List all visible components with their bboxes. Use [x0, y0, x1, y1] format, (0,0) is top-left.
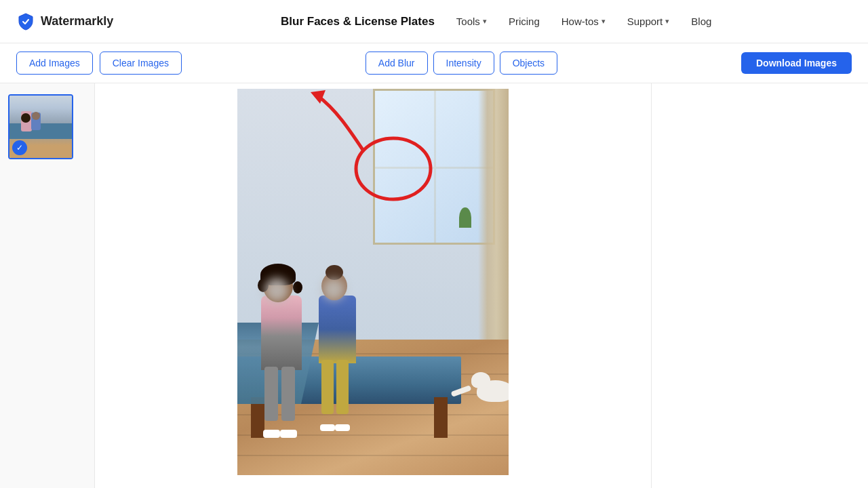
- child-right-body: [319, 296, 356, 363]
- cat-head: [471, 372, 490, 388]
- child-left-leg-right: [281, 367, 295, 421]
- child-right-leg-r: [336, 360, 349, 414]
- right-panel: [651, 83, 868, 488]
- nav-how-tos[interactable]: How-tos ▾: [561, 16, 606, 27]
- toolbar-right: Download Images: [741, 52, 852, 74]
- nav-pricing[interactable]: Pricing: [509, 16, 540, 27]
- shield-icon: [16, 12, 35, 31]
- chevron-down-icon-3: ▾: [665, 17, 669, 26]
- child-right-bun: [326, 265, 343, 280]
- thumbnail-check: ✓: [12, 140, 27, 155]
- plant: [459, 207, 471, 228]
- download-images-button[interactable]: Download Images: [741, 52, 852, 74]
- toolbar-center: Add Blur Intensity Objects: [189, 52, 734, 75]
- canvas-area: [95, 83, 651, 488]
- main-image: [237, 89, 509, 475]
- bed-leg-right: [434, 397, 448, 438]
- face-blur-right: [323, 279, 344, 300]
- logo-text: Watermarkly: [41, 14, 113, 28]
- chevron-down-icon-2: ▾: [601, 17, 606, 26]
- sidebar: ✓: [0, 83, 95, 488]
- objects-button[interactable]: Objects: [500, 52, 557, 75]
- child-left-shoe: [263, 430, 280, 438]
- toolbar-left: Add Images Clear Images: [16, 52, 182, 75]
- nav-support[interactable]: Support ▾: [627, 16, 670, 27]
- room-window: [373, 89, 495, 245]
- child-right-sock-l: [320, 424, 335, 431]
- child-right-leg-l: [321, 360, 334, 414]
- page-title: Blur Faces & License Plates: [281, 15, 435, 28]
- child-left-leg-left: [264, 367, 278, 421]
- image-container: [237, 89, 509, 475]
- clear-images-button[interactable]: Clear Images: [100, 52, 182, 75]
- nav-tools[interactable]: Tools ▾: [456, 16, 487, 27]
- nav-blog[interactable]: Blog: [691, 16, 711, 27]
- child-right-sock-r: [335, 424, 350, 431]
- logo[interactable]: Watermarkly: [16, 12, 113, 31]
- main-area: ✓: [0, 83, 868, 488]
- child-left-body: [261, 296, 302, 370]
- face-blur-left: [264, 278, 289, 302]
- chevron-down-icon: ▾: [483, 17, 487, 26]
- child-left-hair-side-r: [293, 281, 302, 293]
- add-blur-button[interactable]: Add Blur: [366, 52, 428, 75]
- intensity-button[interactable]: Intensity: [433, 52, 494, 75]
- thumbnail-item[interactable]: ✓: [8, 94, 73, 159]
- nav-center: Blur Faces & License Plates Tools ▾ Pric…: [140, 15, 852, 28]
- toolbar: Add Images Clear Images Add Blur Intensi…: [0, 43, 868, 83]
- child-left-shoe-r: [280, 430, 297, 438]
- add-images-button[interactable]: Add Images: [16, 52, 93, 75]
- navbar: Watermarkly Blur Faces & License Plates …: [0, 0, 868, 43]
